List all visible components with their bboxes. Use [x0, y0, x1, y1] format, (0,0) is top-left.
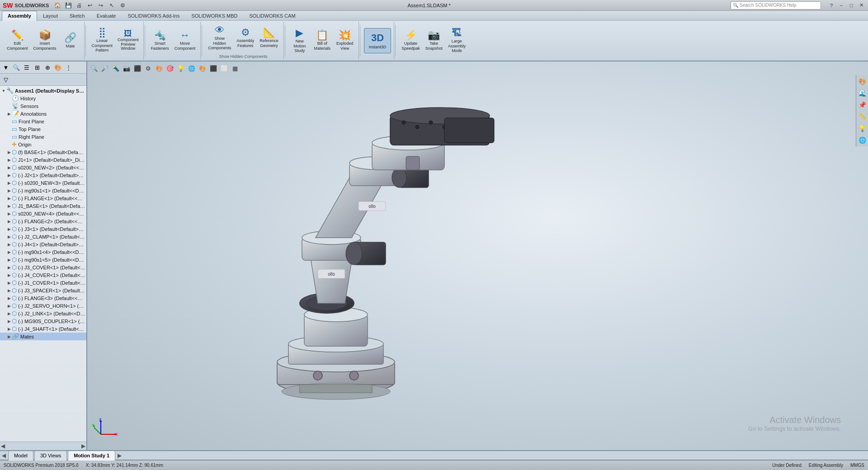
vp-light[interactable]: 🔦: [111, 63, 121, 73]
st-filter-icon[interactable]: ▽: [1, 75, 11, 85]
large-assembly-btn[interactable]: 🏗 LargeAssemblyMode: [446, 26, 468, 55]
tree-front-plane[interactable]: ▭ Front Plane: [0, 118, 86, 125]
st-crosshair-btn[interactable]: ⊕: [42, 62, 52, 72]
rp-physics[interactable]: 🌊: [857, 88, 867, 99]
tab-sketch[interactable]: Sketch: [64, 11, 91, 21]
close-btn[interactable]: ✕: [857, 1, 865, 9]
tree-mates[interactable]: ▶ 🔗 Mates: [0, 333, 86, 340]
tree-annotations[interactable]: ▶ 📝 Annotations: [0, 110, 86, 118]
qb-undo[interactable]: ↩: [85, 1, 95, 10]
st-color-btn[interactable]: 🎨: [53, 62, 63, 72]
tree-comp-flange3[interactable]: ▶ ⬡ (-) FLANGE<3> (Default<<Default>...: [0, 294, 86, 302]
tree-comp-base[interactable]: ▶ ⬡ (f) BASE<1> (Default<Default>_Di...: [0, 148, 86, 156]
move-component-btn[interactable]: ↔ MoveComponent: [172, 28, 198, 53]
tab-cam[interactable]: SOLIDWORKS CAM: [243, 11, 301, 21]
viewport[interactable]: 🔍 🔎 🔦 📷 ⬛ ⚙ 🎨 🎯 💡 🌐 🎨 ⬛ ⬜ ▦: [87, 61, 868, 450]
reference-geometry-btn[interactable]: 📐 ReferenceGeometry: [257, 26, 281, 50]
qb-options[interactable]: ⚙: [118, 1, 127, 10]
st-filter-btn[interactable]: ▼: [1, 62, 11, 72]
tree-comp-j1cover[interactable]: ▶ ⬡ (-) J1_COVER<1> (Default<<Default...: [0, 279, 86, 287]
tab-assembly[interactable]: Assembly: [2, 11, 37, 21]
st-search-btn[interactable]: 🔍: [11, 62, 21, 72]
insert-components-btn[interactable]: 📦 InsertComponents: [31, 28, 59, 53]
tree-comp-j4cover[interactable]: ▶ ⬡ (-) J4_COVER<1> (Default<<Default...: [0, 271, 86, 279]
qb-save[interactable]: 💾: [63, 1, 73, 10]
show-hidden-btn[interactable]: 👁 ShowHiddenComponents: [206, 24, 233, 52]
tree-comp-j2clamp[interactable]: ▶ ⬡ (-) J2_CLAMP<1> (Default<<Defaul...: [0, 233, 86, 240]
tree-comp-s0200-2[interactable]: ▶ ⬡ s0200_NEW<2> (Default<<Default>...: [0, 164, 86, 171]
vp-display2[interactable]: ⬜: [219, 63, 229, 73]
tree-comp-j1[interactable]: ▶ ⬡ J1<1> (Default<Default>_Display S...: [0, 156, 86, 164]
tree-comp-j1base[interactable]: ▶ ⬡ J1_BASE<1> (Default<Default>_Di...: [0, 202, 86, 210]
assembly-features-btn[interactable]: ⚙ AssemblyFeatures: [234, 26, 256, 50]
tree-history[interactable]: 🕐 History: [0, 94, 86, 102]
scroll-right[interactable]: ▶: [81, 443, 85, 449]
tab-motion-study[interactable]: Motion Study 1: [68, 451, 115, 461]
component-preview-btn[interactable]: 🖼 ComponentPreviewWindow: [116, 28, 141, 53]
rp-appearance[interactable]: 🎨: [857, 76, 867, 87]
tree-comp-j4[interactable]: ▶ ⬡ (-) J4<1> (Default<Default>_Displa..…: [0, 240, 86, 248]
vp-cam[interactable]: 📷: [122, 63, 132, 73]
vp-scenes[interactable]: 🌐: [187, 63, 197, 73]
feature-tree[interactable]: ▼ 🔧 Assem1 (Default<Display State-1>) 🕐 …: [0, 86, 86, 442]
smart-fasteners-btn[interactable]: 🔩 SmartFasteners: [149, 28, 171, 53]
tab-model[interactable]: Model: [8, 451, 33, 461]
vp-decal[interactable]: ⬛: [208, 63, 218, 73]
update-speedpak-btn[interactable]: ⚡ UpdateSpeedpak: [399, 28, 422, 53]
help-btn[interactable]: ?: [827, 1, 835, 9]
exploded-view-btn[interactable]: 💥 ExplodedView: [334, 28, 356, 53]
vp-realview[interactable]: 💡: [176, 63, 186, 73]
minimize-btn[interactable]: −: [837, 1, 845, 9]
tree-comp-mg90s1[interactable]: ▶ ⬡ (-) mg90s1<1> (Default<<Default>...: [0, 187, 86, 194]
tab-mbd[interactable]: SOLIDWORKS MBD: [185, 11, 243, 21]
edit-component-btn[interactable]: ✏️ EditComponent: [5, 28, 30, 53]
tab-scroll-left[interactable]: ◀: [2, 452, 6, 459]
qb-home[interactable]: 🏠: [52, 1, 62, 10]
new-motion-study-btn[interactable]: ▶ NewMotionStudy: [289, 26, 311, 55]
search-box[interactable]: 🔍 Search SOLIDWORKS Help: [731, 1, 821, 9]
tab-evaluate[interactable]: Evaluate: [91, 11, 122, 21]
vp-appearance[interactable]: 🎨: [198, 63, 208, 73]
tree-comp-mg90s4[interactable]: ▶ ⬡ (-) mg90s1<4> (Default<<Default>...: [0, 248, 86, 256]
tree-origin[interactable]: ✛ Origin: [0, 141, 86, 148]
tab-scroll-right[interactable]: ▶: [118, 452, 122, 459]
vp-zoom[interactable]: 🔎: [100, 63, 110, 73]
tree-comp-j2[interactable]: ▶ ⬡ (-) J2<1> (Default<Default>_Displa..…: [0, 171, 86, 179]
qb-select[interactable]: ↖: [107, 1, 117, 10]
tree-root[interactable]: ▼ 🔧 Assem1 (Default<Display State-1>): [0, 87, 86, 94]
tree-comp-flange2[interactable]: ▶ ⬡ (-) FLANGE<2> (Default<<Default>...: [0, 217, 86, 225]
tab-3d-views[interactable]: 3D Views: [34, 451, 67, 461]
tree-comp-s0200-4[interactable]: ▶ ⬡ s0200_NEW<4> (Default<<Default>...: [0, 210, 86, 217]
qb-print[interactable]: 🖨: [74, 1, 84, 10]
st-more-btn[interactable]: ⋮: [63, 62, 73, 72]
instant3d-btn[interactable]: 3D Instant3D: [364, 28, 392, 54]
tree-comp-j2servohorn[interactable]: ▶ ⬡ (-) J2_SERVO_HORN<1> (Default<<...: [0, 302, 86, 310]
scroll-left[interactable]: ◀: [1, 443, 5, 449]
rp-scene[interactable]: 🌐: [857, 135, 867, 146]
tree-right-plane[interactable]: ▭ Right Plane: [0, 133, 86, 141]
vp-render[interactable]: 🎨: [154, 63, 164, 73]
vp-search[interactable]: 🔍: [89, 63, 99, 73]
rp-light-panel[interactable]: 💡: [857, 123, 867, 134]
tree-comp-mg90coupler[interactable]: ▶ ⬡ (-) MG90S_COUPLER<1> (Default<<...: [0, 317, 86, 325]
tree-comp-j2link[interactable]: ▶ ⬡ (-) J2_LINK<1> (Default<<Default>...: [0, 310, 86, 317]
rp-dim[interactable]: 📏: [857, 111, 867, 122]
tree-top-plane[interactable]: ▭ Top Plane: [0, 125, 86, 133]
tree-comp-mg90s5[interactable]: ▶ ⬡ (-) mg90s1<5> (Default<<Default>...: [0, 256, 86, 263]
tree-comp-j3cover[interactable]: ▶ ⬡ (-) J3_COVER<1> (Default<<Defaul...: [0, 263, 86, 271]
bom-btn[interactable]: 📋 Bill ofMaterials: [311, 28, 333, 53]
vp-view3[interactable]: ▦: [230, 63, 240, 73]
tab-addins[interactable]: SOLIDWORKS Add-Ins: [122, 11, 185, 21]
take-snapshot-btn[interactable]: 📷 TakeSnapshot: [423, 28, 445, 53]
tree-sensors[interactable]: 📡 Sensors: [0, 102, 86, 110]
tab-layout[interactable]: Layout: [37, 11, 64, 21]
st-list-btn[interactable]: ☰: [22, 62, 32, 72]
tree-comp-j3[interactable]: ▶ ⬡ (-) J3<1> (Default<Default>_Displ...: [0, 225, 86, 233]
tree-comp-s0200-3[interactable]: ▶ ⬡ (-) s0200_NEW<3> (Default<<Defau...: [0, 179, 86, 187]
tree-comp-j3spacer[interactable]: ▶ ⬡ (-) J3_SPACER<1> (Default<<Defaul...: [0, 287, 86, 294]
st-grid-btn[interactable]: ⊞: [32, 62, 42, 72]
vp-display[interactable]: ⚙: [143, 63, 153, 73]
vp-section[interactable]: ⬛: [132, 63, 142, 73]
rp-custom[interactable]: 📌: [857, 99, 867, 110]
linear-pattern-btn[interactable]: ⣿ LinearComponentPattern: [90, 26, 115, 55]
